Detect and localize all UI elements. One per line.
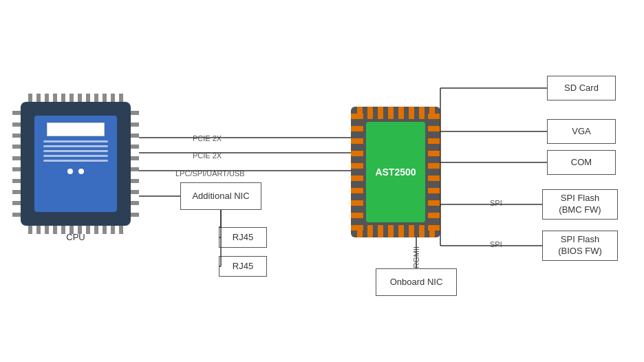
- cpu-pin-top: [53, 94, 57, 102]
- ast-pin-left: [351, 114, 363, 119]
- cpu-pin-right: [131, 134, 139, 138]
- cpu-pin-right: [131, 190, 139, 194]
- pcie-2x-1-label: PCIE 2X: [193, 134, 222, 142]
- com-label: COM: [571, 157, 592, 169]
- cpu-pin-top: [28, 94, 32, 102]
- cpu-pin-right: [131, 145, 139, 149]
- cpu-line: [43, 150, 108, 152]
- cpu-pin-left: [12, 190, 21, 194]
- cpu-pin-left: [12, 156, 21, 160]
- diagram: CPU: [0, 0, 644, 362]
- ast-pin-left: [351, 138, 363, 144]
- ast-pin-bottom: [419, 225, 425, 237]
- cpu-inner: [34, 116, 117, 212]
- cpu-pin-left: [12, 145, 21, 149]
- cpu-dot: [67, 169, 73, 174]
- spi-bios-label: SPI: [490, 240, 502, 248]
- ast-pin-right: [428, 213, 440, 218]
- ast-pin-bottom: [409, 225, 414, 237]
- ast-pin-bottom: [398, 225, 404, 237]
- cpu-pin-top: [36, 94, 41, 102]
- spi-flash-bios-label: SPI Flash (BIOS FW): [558, 234, 602, 257]
- rj45-2-label: RJ45: [233, 261, 253, 273]
- ast-pin-top: [367, 107, 373, 119]
- cpu-pin-right: [131, 111, 139, 115]
- ast-pin-left: [351, 163, 363, 169]
- ast-pin-right: [428, 200, 440, 206]
- ast-pin-bottom: [367, 225, 373, 237]
- ast-pin-right: [428, 138, 440, 144]
- ast-pin-right: [428, 188, 440, 193]
- vga-box: VGA: [547, 119, 616, 144]
- cpu-pin-right: [131, 179, 139, 183]
- ast-pin-right: [428, 163, 440, 169]
- vga-label: VGA: [572, 126, 590, 138]
- com-box: COM: [547, 150, 616, 175]
- cpu-pin-top: [78, 94, 82, 102]
- cpu-pin-top: [69, 94, 74, 102]
- cpu-chip: CPU: [21, 102, 131, 226]
- ast-pin-left: [351, 213, 363, 218]
- ast-pin-left: [351, 188, 363, 193]
- cpu-pin-right: [131, 123, 139, 127]
- ast-pin-bottom: [388, 225, 394, 237]
- onboard-nic-box: Onboard NIC: [376, 268, 457, 296]
- cpu-dot: [78, 169, 84, 174]
- lpc-label: LPC/SPI/UART/USB: [175, 169, 245, 178]
- ast-pin-top: [378, 107, 383, 119]
- additional-nic-box: Additional NIC: [180, 182, 261, 210]
- ast-pin-left: [351, 175, 363, 181]
- ast-pin-right: [428, 151, 440, 156]
- cpu-line: [43, 140, 108, 142]
- spi-bmc-label: SPI: [490, 199, 502, 207]
- cpu-pin-top: [94, 94, 98, 102]
- cpu-pin-right: [131, 156, 139, 160]
- ast-pin-top: [419, 107, 425, 119]
- cpu-pin-right: [131, 201, 139, 205]
- cpu-pin-top: [61, 94, 65, 102]
- ast-chip: AST2500: [351, 107, 440, 237]
- cpu-pin-left: [12, 123, 21, 127]
- spi-flash-bmc-box: SPI Flash (BMC FW): [542, 189, 618, 220]
- ast-pin-bottom: [378, 225, 383, 237]
- additional-nic-label: Additional NIC: [192, 191, 249, 202]
- ast-inner: AST2500: [366, 122, 425, 222]
- ast-pin-left: [351, 126, 363, 131]
- cpu-line: [43, 160, 108, 162]
- ast-pin-right: [428, 225, 440, 231]
- cpu-pin-left: [12, 179, 21, 183]
- cpu-lines: [43, 140, 108, 162]
- ast-pin-left: [351, 200, 363, 206]
- cpu-line: [43, 155, 108, 157]
- cpu-pin-left: [12, 111, 21, 115]
- cpu-pin-left: [12, 201, 21, 205]
- cpu-pin-left: [12, 167, 21, 171]
- cpu-pin-top: [45, 94, 49, 102]
- ast-pin-top: [388, 107, 394, 119]
- ast-pin-right: [428, 126, 440, 131]
- cpu-label: CPU: [21, 232, 131, 242]
- cpu-pin-right: [131, 167, 139, 171]
- ast-pin-top: [409, 107, 414, 119]
- ast-chip-label: AST2500: [375, 167, 416, 178]
- cpu-pin-top: [103, 94, 107, 102]
- cpu-pin-left: [12, 213, 21, 217]
- spi-flash-bios-box: SPI Flash (BIOS FW): [542, 231, 618, 261]
- ast-pin-right: [428, 175, 440, 181]
- cpu-pin-left: [12, 134, 21, 138]
- sd-card-box: SD Card: [547, 76, 616, 100]
- rgmii-label: RGMII: [412, 246, 420, 268]
- onboard-nic-label: Onboard NIC: [390, 277, 443, 288]
- ast-pin-right: [428, 114, 440, 119]
- rj45-1-label: RJ45: [233, 232, 253, 244]
- cpu-pin-top: [119, 94, 123, 102]
- rj45-2-box: RJ45: [219, 256, 267, 277]
- cpu-rect: [47, 123, 104, 136]
- cpu-pin-right: [131, 213, 139, 217]
- spi-flash-bmc-label: SPI Flash (BMC FW): [559, 193, 601, 216]
- ast-pin-top: [398, 107, 404, 119]
- ast-pin-left: [351, 151, 363, 156]
- sd-card-label: SD Card: [564, 83, 599, 94]
- cpu-pin-top: [86, 94, 90, 102]
- ast-pin-left: [351, 225, 363, 231]
